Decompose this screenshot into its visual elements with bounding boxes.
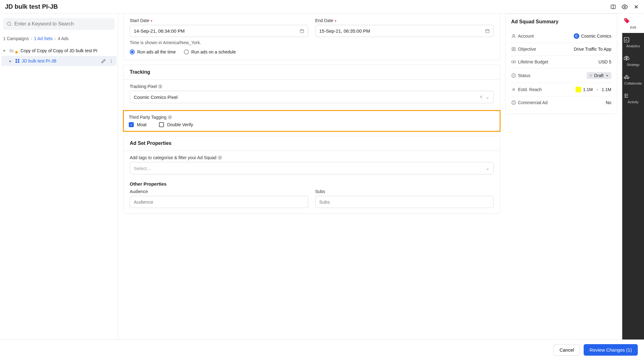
start-date-value: 14-Sep-21, 06:34:00 PM: [134, 28, 184, 34]
end-date-label: End Date●: [315, 18, 494, 23]
info-icon[interactable]: i: [168, 115, 172, 119]
avatar: C: [574, 33, 579, 39]
svg-point-30: [625, 19, 626, 20]
page-title: JD bulk test PI-JB: [5, 3, 58, 10]
scale-icon: [623, 55, 643, 62]
other-properties-title: Other Properties: [130, 181, 494, 187]
summary-reach-dash: -: [596, 87, 598, 92]
tracking-pixel-select[interactable]: Cosmic Comics Pixel ✕ ⌄: [130, 91, 494, 103]
end-date-value: 15-Sep-21, 06:35:00 PM: [319, 28, 370, 34]
chevron-down-icon[interactable]: ⌄: [486, 94, 490, 100]
crumb-adsets[interactable]: 1 Ad Sets: [34, 36, 53, 41]
reach-icon: [511, 87, 518, 92]
tree-campaign-label: Copy of Copy of Copy of JD bulk test PI: [21, 48, 115, 53]
rail-analytics[interactable]: Analytics: [622, 33, 644, 52]
svg-point-22: [513, 35, 514, 36]
tags-select[interactable]: Select... ⌄: [130, 162, 494, 174]
tree-campaign-row[interactable]: ▾ Copy of Copy of Copy of JD bulk test P…: [0, 45, 118, 56]
svg-point-24: [513, 48, 514, 50]
tree-adset-row[interactable]: ▸ JD bulk test PI-JB: [1, 56, 117, 66]
tags-placeholder: Select...: [134, 166, 151, 171]
info-icon[interactable]: i: [218, 155, 222, 160]
checkbox-moat[interactable]: ✓ Moat: [129, 122, 147, 127]
checkbox-icon: ✓: [129, 122, 134, 127]
tracking-pixel-label: Tracking Pixel i: [130, 84, 494, 89]
summary-row-account: Account C Cosmic Comics: [511, 30, 611, 43]
schedule-card: Start Date● 14-Sep-21, 06:34:00 PM: [123, 14, 500, 60]
crumb-ads[interactable]: 4 Ads: [58, 36, 69, 41]
summary-account-label: Account: [518, 34, 574, 39]
start-date-input[interactable]: 14-Sep-21, 06:34:00 PM: [130, 25, 308, 37]
svg-point-12: [111, 61, 112, 61]
rail-edit-label: Edit: [630, 25, 636, 29]
svg-point-26: [514, 61, 516, 63]
svg-point-5: [7, 22, 11, 25]
svg-point-2: [624, 6, 626, 7]
svg-point-35: [626, 75, 628, 77]
radio-run-all-label: Run ads all the time: [137, 49, 176, 54]
more-icon[interactable]: [109, 59, 114, 63]
left-sidebar: 1 Campaigns › 1 Ad Sets › 4 Ads ▾ Copy o…: [0, 14, 118, 339]
close-icon[interactable]: [633, 4, 639, 10]
rail-strategy[interactable]: Strategy: [622, 52, 644, 70]
svg-rect-9: [16, 61, 17, 63]
chevron-down-icon[interactable]: ▾: [3, 48, 7, 53]
clear-icon[interactable]: ✕: [479, 94, 483, 100]
radio-icon: [130, 49, 135, 54]
rail-collaborate[interactable]: Collaborate: [622, 70, 644, 89]
activity-icon: [623, 93, 643, 99]
summary-budget-value: USD 5: [599, 59, 611, 64]
summary-title: Ad Squad Summary: [511, 19, 611, 25]
topbar: JD bulk test PI-JB: [0, 0, 644, 14]
cancel-button[interactable]: Cancel: [553, 344, 580, 356]
main-panel: Start Date● 14-Sep-21, 06:34:00 PM: [118, 14, 622, 339]
rail-edit[interactable]: Edit: [622, 14, 644, 33]
summary-account-value: Cosmic Comics: [581, 34, 611, 39]
chevron-right-icon[interactable]: ▸: [9, 58, 13, 63]
chevron-right-icon: ›: [31, 36, 32, 41]
checkbox-double-verify[interactable]: Double Verify: [159, 122, 193, 127]
chevron-right-icon: ›: [54, 36, 56, 41]
tags-label: Add tags to categorise & filter your Ad …: [130, 155, 494, 160]
third-party-tagging-highlight: Third Party Tagging i ✓ Moat Double Veri…: [123, 110, 501, 132]
info-icon[interactable]: i: [158, 84, 162, 89]
summary-row-budget: Lifetime Budget USD 5: [511, 56, 611, 68]
end-date-input[interactable]: 15-Sep-21, 06:35:00 PM: [315, 25, 494, 37]
summary-status-label: Status: [518, 73, 587, 78]
status-badge[interactable]: Draft ▾: [587, 72, 611, 79]
rail-activity[interactable]: Activity: [622, 89, 644, 108]
search-input[interactable]: [14, 21, 111, 27]
calendar-icon: [485, 29, 490, 33]
svg-rect-8: [18, 59, 19, 61]
edit-icon[interactable]: [101, 59, 106, 63]
adset-properties-title: Ad Set Properties: [124, 136, 500, 151]
subs-label: Subs: [315, 189, 494, 194]
summary-commercial-value: No: [606, 100, 611, 105]
audience-input[interactable]: [130, 196, 308, 208]
summary-reach-high: 1.1M: [602, 87, 611, 92]
radio-run-all[interactable]: Run ads all the time: [130, 49, 176, 54]
tag-icon: [623, 17, 643, 24]
summary-row-objective: Objective Drive Traffic To App: [511, 43, 611, 56]
summary-row-reach: Estd. Reach 1.1M - 1.1M: [511, 83, 611, 96]
svg-rect-10: [18, 61, 19, 63]
search-box[interactable]: [3, 18, 115, 30]
crumb-campaigns[interactable]: 1 Campaigns: [3, 36, 29, 41]
adset-icon: [15, 58, 20, 63]
user-icon: [511, 34, 518, 39]
ad-squad-summary-card: Ad Squad Summary Account C Cosmic Comics…: [505, 14, 617, 114]
preview-icon[interactable]: [622, 4, 628, 10]
campaign-tree: ▾ Copy of Copy of Copy of JD bulk test P…: [0, 44, 118, 67]
radio-run-schedule[interactable]: Run ads on a schedule: [184, 49, 236, 54]
chevron-down-icon: ▾: [606, 73, 608, 78]
svg-rect-7: [16, 59, 17, 61]
svg-rect-23: [512, 48, 516, 51]
tracking-card: Tracking Tracking Pixel i Cosmic Comics …: [123, 65, 500, 132]
review-changes-button[interactable]: Review Changes (1): [584, 344, 638, 356]
subs-input[interactable]: [315, 196, 494, 208]
snapchat-icon: [576, 87, 581, 92]
panel-toggle-icon[interactable]: [610, 4, 616, 10]
summary-objective-label: Objective: [518, 47, 574, 52]
checkbox-moat-label: Moat: [137, 122, 147, 127]
summary-budget-label: Lifetime Budget: [518, 59, 599, 64]
